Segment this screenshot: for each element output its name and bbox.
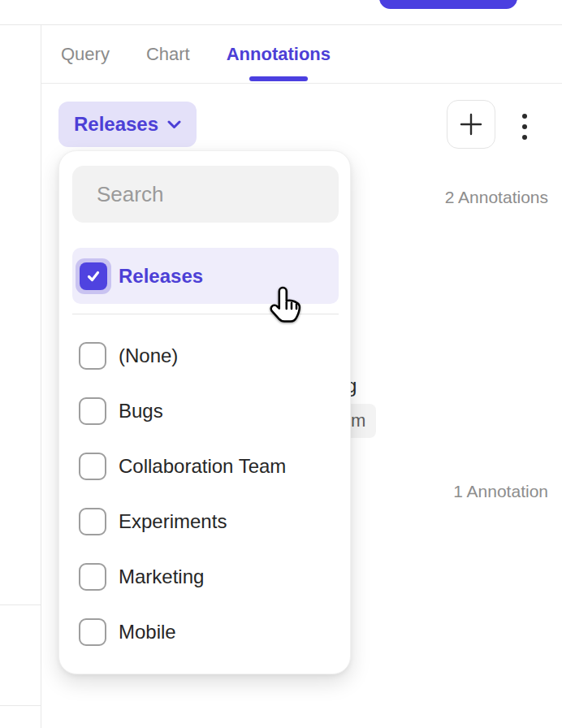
primary-action-button-partial[interactable] bbox=[379, 0, 517, 9]
checkbox-unchecked[interactable] bbox=[79, 397, 106, 425]
annotation-count-top: 2 Annotations bbox=[445, 188, 548, 207]
option-label: Releases bbox=[119, 265, 203, 288]
option-bugs[interactable]: Bugs bbox=[72, 384, 339, 439]
checkbox-focus-halo bbox=[76, 258, 111, 294]
plus-icon bbox=[459, 112, 483, 136]
releases-filter-button[interactable]: Releases bbox=[58, 102, 197, 147]
sidebar-row-divider bbox=[0, 604, 41, 605]
options-list: (None) Bugs Collaboration Team Experimen… bbox=[72, 328, 339, 660]
search-input[interactable] bbox=[97, 182, 369, 207]
option-mobile[interactable]: Mobile bbox=[72, 604, 339, 660]
option-label: Bugs bbox=[119, 400, 163, 422]
releases-dropdown-panel: Releases (None) Bugs Collaboration Team … bbox=[58, 150, 351, 674]
option-marketing[interactable]: Marketing bbox=[72, 549, 339, 604]
sidebar-vertical-divider bbox=[41, 25, 41, 728]
option-collaboration-team[interactable]: Collaboration Team bbox=[72, 439, 339, 494]
more-options-button[interactable] bbox=[519, 114, 530, 140]
checkbox-unchecked[interactable] bbox=[79, 453, 106, 480]
sidebar-row-divider bbox=[0, 705, 41, 706]
checkbox-unchecked[interactable] bbox=[79, 508, 106, 535]
option-label: Marketing bbox=[119, 566, 204, 588]
option-label: Experiments bbox=[119, 510, 227, 533]
check-icon bbox=[85, 268, 102, 284]
tab-annotations[interactable]: Annotations bbox=[227, 25, 331, 83]
option-label: (None) bbox=[119, 344, 178, 367]
dropdown-search bbox=[72, 166, 339, 223]
releases-filter-label: Releases bbox=[74, 113, 158, 136]
add-annotation-button[interactable] bbox=[447, 100, 495, 149]
occluded-tag-chip: m bbox=[351, 404, 376, 438]
checkbox-unchecked[interactable] bbox=[79, 342, 106, 370]
checkbox-unchecked[interactable] bbox=[79, 618, 106, 646]
checkbox-unchecked[interactable] bbox=[79, 563, 106, 591]
checkbox-checked[interactable] bbox=[80, 262, 107, 290]
option-label: Mobile bbox=[119, 621, 176, 644]
kebab-menu-icon bbox=[522, 114, 527, 119]
option-label: Collaboration Team bbox=[119, 455, 286, 478]
chevron-down-icon bbox=[167, 120, 181, 129]
tab-query[interactable]: Query bbox=[61, 25, 110, 83]
pointing-hand-cursor bbox=[269, 285, 306, 327]
option-experiments[interactable]: Experiments bbox=[72, 494, 339, 549]
annotation-count-bottom: 1 Annotation bbox=[453, 482, 548, 501]
tab-bar: Query Chart Annotations bbox=[41, 25, 562, 84]
tab-chart[interactable]: Chart bbox=[146, 25, 190, 83]
option-none[interactable]: (None) bbox=[72, 328, 339, 384]
